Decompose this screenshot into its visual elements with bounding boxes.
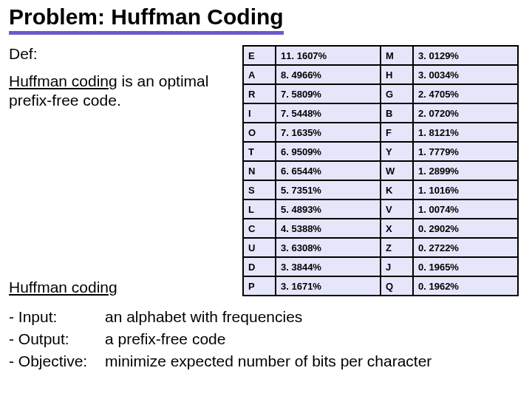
percent-cell: 7. 1635% [276, 123, 381, 142]
letter-cell: Q [381, 276, 413, 296]
letter-cell: Z [381, 238, 413, 257]
letter-cell: G [381, 84, 413, 103]
input-label: - Input: [9, 308, 105, 326]
letter-cell: D [243, 257, 276, 276]
percent-cell: 3. 6308% [276, 238, 381, 257]
percent-cell: 1. 0074% [413, 200, 518, 219]
table-row: P3. 1671%Q0. 1962% [243, 276, 518, 296]
percent-cell: 0. 2902% [413, 219, 518, 238]
percent-cell: 3. 0034% [413, 65, 518, 84]
percent-cell: 2. 4705% [413, 84, 518, 103]
frequency-table-wrap: E11. 1607%M3. 0129%A8. 4966%H3. 0034%R7.… [242, 45, 523, 296]
letter-cell: T [243, 142, 276, 161]
table-row: O7. 1635%F1. 8121% [243, 123, 518, 142]
table-row: D3. 3844%J0. 1965% [243, 257, 518, 276]
table-row: T6. 9509%Y1. 7779% [243, 142, 518, 161]
output-label: - Output: [9, 330, 105, 348]
slide-title: Problem: Huffman Coding [9, 4, 284, 35]
input-row: - Input: an alphabet with frequencies [9, 308, 523, 326]
percent-cell: 1. 8121% [413, 123, 518, 142]
input-text: an alphabet with frequencies [105, 308, 302, 326]
table-row: C4. 5388%X0. 2902% [243, 219, 518, 238]
slide: Problem: Huffman Coding Def: Huffman cod… [0, 0, 532, 383]
definition-body: Huffman coding is an optimal prefix-free… [9, 72, 231, 111]
percent-cell: 1. 7779% [413, 142, 518, 161]
letter-cell: M [381, 46, 413, 65]
percent-cell: 6. 9509% [276, 142, 381, 161]
percent-cell: 7. 5448% [276, 103, 381, 123]
percent-cell: 3. 1671% [276, 276, 381, 296]
table-row: N6. 6544%W1. 2899% [243, 161, 518, 180]
letter-cell: R [243, 84, 276, 103]
table-row: R7. 5809%G2. 4705% [243, 84, 518, 103]
letter-cell: W [381, 161, 413, 180]
percent-cell: 3. 3844% [276, 257, 381, 276]
letter-cell: N [243, 161, 276, 180]
percent-cell: 1. 2899% [413, 161, 518, 180]
letter-cell: L [243, 200, 276, 219]
percent-cell: 0. 2722% [413, 238, 518, 257]
letter-cell: Y [381, 142, 413, 161]
percent-cell: 0. 1962% [413, 276, 518, 296]
definition-label: Def: [9, 45, 231, 63]
percent-cell: 5. 7351% [276, 180, 381, 200]
percent-cell: 6. 6544% [276, 161, 381, 180]
letter-cell: E [243, 46, 276, 65]
letter-cell: A [243, 65, 276, 84]
letter-cell: P [243, 276, 276, 296]
letter-cell: F [381, 123, 413, 142]
letter-cell: S [243, 180, 276, 200]
output-text: a prefix-free code [105, 330, 225, 348]
bottom-list: - Input: an alphabet with frequencies - … [9, 308, 523, 370]
percent-cell: 7. 5809% [276, 84, 381, 103]
letter-cell: U [243, 238, 276, 257]
percent-cell: 5. 4893% [276, 200, 381, 219]
objective-text: minimize expected number of bits per cha… [105, 352, 432, 370]
percent-cell: 8. 4966% [276, 65, 381, 84]
percent-cell: 11. 1607% [276, 46, 381, 65]
percent-cell: 4. 5388% [276, 219, 381, 238]
letter-cell: K [381, 180, 413, 200]
main-layout: Def: Huffman coding is an optimal prefix… [9, 45, 523, 296]
percent-cell: 0. 1965% [413, 257, 518, 276]
footer-link: Huffman coding [9, 279, 231, 296]
table-row: U3. 6308%Z0. 2722% [243, 238, 518, 257]
letter-cell: C [243, 219, 276, 238]
percent-cell: 2. 0720% [413, 103, 518, 123]
table-row: L5. 4893%V1. 0074% [243, 200, 518, 219]
letter-cell: I [243, 103, 276, 123]
objective-label: - Objective: [9, 352, 105, 370]
letter-cell: B [381, 103, 413, 123]
definition-term: Huffman coding [9, 72, 117, 89]
letter-cell: H [381, 65, 413, 84]
left-column: Def: Huffman coding is an optimal prefix… [9, 45, 231, 296]
table-row: E11. 1607%M3. 0129% [243, 46, 518, 65]
table-row: I7. 5448%B2. 0720% [243, 103, 518, 123]
percent-cell: 3. 0129% [413, 46, 518, 65]
letter-cell: V [381, 200, 413, 219]
letter-cell: O [243, 123, 276, 142]
table-row: A8. 4966%H3. 0034% [243, 65, 518, 84]
letter-cell: X [381, 219, 413, 238]
letter-cell: J [381, 257, 413, 276]
objective-row: - Objective: minimize expected number of… [9, 352, 523, 370]
frequency-table: E11. 1607%M3. 0129%A8. 4966%H3. 0034%R7.… [242, 45, 519, 296]
table-row: S5. 7351%K1. 1016% [243, 180, 518, 200]
percent-cell: 1. 1016% [413, 180, 518, 200]
output-row: - Output: a prefix-free code [9, 330, 523, 348]
